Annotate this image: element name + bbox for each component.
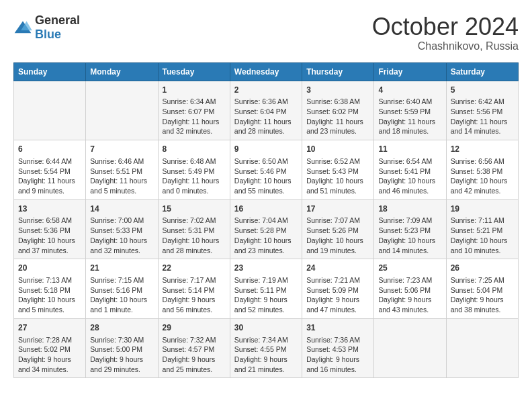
day-content: Sunrise: 6:52 AM Sunset: 5:43 PM Dayligh… bbox=[306, 156, 369, 196]
calendar-cell: 21Sunrise: 7:15 AM Sunset: 5:16 PM Dayli… bbox=[86, 259, 158, 319]
calendar-cell: 22Sunrise: 7:17 AM Sunset: 5:14 PM Dayli… bbox=[158, 259, 230, 319]
calendar-cell: 6Sunrise: 6:44 AM Sunset: 5:54 PM Daylig… bbox=[14, 140, 86, 200]
day-content: Sunrise: 6:36 AM Sunset: 6:04 PM Dayligh… bbox=[234, 97, 298, 136]
day-content: Sunrise: 7:04 AM Sunset: 5:28 PM Dayligh… bbox=[234, 216, 298, 255]
weekday-header: Monday bbox=[86, 62, 158, 81]
title-section: October 2024 Chashnikovo, Russia bbox=[372, 13, 519, 52]
day-number: 18 bbox=[378, 203, 441, 215]
day-number: 13 bbox=[18, 203, 81, 215]
weekday-header: Friday bbox=[374, 62, 446, 81]
day-number: 27 bbox=[18, 322, 81, 334]
day-content: Sunrise: 7:13 AM Sunset: 5:18 PM Dayligh… bbox=[18, 275, 81, 315]
day-content: Sunrise: 7:19 AM Sunset: 5:11 PM Dayligh… bbox=[234, 275, 298, 315]
day-content: Sunrise: 7:07 AM Sunset: 5:26 PM Dayligh… bbox=[306, 216, 369, 255]
day-content: Sunrise: 7:09 AM Sunset: 5:23 PM Dayligh… bbox=[378, 216, 441, 255]
calendar-table: SundayMondayTuesdayWednesdayThursdayFrid… bbox=[13, 62, 519, 379]
weekday-header: Wednesday bbox=[230, 62, 302, 81]
day-number: 14 bbox=[90, 203, 153, 215]
day-number: 28 bbox=[90, 322, 153, 334]
calendar-cell: 18Sunrise: 7:09 AM Sunset: 5:23 PM Dayli… bbox=[374, 199, 446, 259]
day-number: 31 bbox=[306, 322, 369, 334]
calendar-cell: 29Sunrise: 7:32 AM Sunset: 4:57 PM Dayli… bbox=[158, 318, 230, 378]
calendar-week-row: 13Sunrise: 6:58 AM Sunset: 5:36 PM Dayli… bbox=[14, 199, 519, 259]
calendar-week-row: 27Sunrise: 7:28 AM Sunset: 5:02 PM Dayli… bbox=[14, 318, 519, 378]
day-content: Sunrise: 6:42 AM Sunset: 5:56 PM Dayligh… bbox=[451, 97, 514, 136]
calendar-cell bbox=[86, 81, 158, 140]
calendar-cell: 25Sunrise: 7:23 AM Sunset: 5:06 PM Dayli… bbox=[374, 259, 446, 319]
calendar-cell: 5Sunrise: 6:42 AM Sunset: 5:56 PM Daylig… bbox=[446, 81, 518, 140]
calendar-cell: 20Sunrise: 7:13 AM Sunset: 5:18 PM Dayli… bbox=[14, 259, 86, 319]
day-content: Sunrise: 7:02 AM Sunset: 5:31 PM Dayligh… bbox=[163, 216, 226, 255]
day-content: Sunrise: 6:44 AM Sunset: 5:54 PM Dayligh… bbox=[18, 156, 81, 196]
calendar-cell: 3Sunrise: 6:38 AM Sunset: 6:02 PM Daylig… bbox=[302, 81, 374, 140]
month-title: October 2024 bbox=[372, 13, 519, 40]
day-content: Sunrise: 7:30 AM Sunset: 5:00 PM Dayligh… bbox=[90, 335, 153, 375]
day-number: 12 bbox=[451, 144, 514, 155]
day-number: 23 bbox=[234, 263, 298, 274]
day-content: Sunrise: 7:17 AM Sunset: 5:14 PM Dayligh… bbox=[163, 275, 226, 315]
logo-blue: Blue bbox=[35, 28, 61, 41]
day-number: 8 bbox=[163, 144, 226, 155]
calendar-cell: 8Sunrise: 6:48 AM Sunset: 5:49 PM Daylig… bbox=[158, 140, 230, 200]
day-number: 19 bbox=[451, 203, 514, 215]
day-content: Sunrise: 6:56 AM Sunset: 5:38 PM Dayligh… bbox=[451, 156, 514, 196]
day-number: 25 bbox=[378, 263, 441, 274]
day-number: 10 bbox=[306, 144, 369, 155]
day-content: Sunrise: 7:00 AM Sunset: 5:33 PM Dayligh… bbox=[90, 216, 153, 255]
calendar-cell: 1Sunrise: 6:34 AM Sunset: 6:07 PM Daylig… bbox=[158, 81, 230, 140]
day-content: Sunrise: 7:15 AM Sunset: 5:16 PM Dayligh… bbox=[90, 275, 153, 315]
calendar-cell: 2Sunrise: 6:36 AM Sunset: 6:04 PM Daylig… bbox=[230, 81, 302, 140]
day-number: 9 bbox=[234, 144, 298, 155]
day-number: 5 bbox=[451, 85, 514, 96]
day-content: Sunrise: 7:34 AM Sunset: 4:55 PM Dayligh… bbox=[234, 335, 298, 375]
day-content: Sunrise: 6:54 AM Sunset: 5:41 PM Dayligh… bbox=[378, 156, 441, 196]
day-content: Sunrise: 6:58 AM Sunset: 5:36 PM Dayligh… bbox=[18, 216, 81, 255]
calendar-cell: 24Sunrise: 7:21 AM Sunset: 5:09 PM Dayli… bbox=[302, 259, 374, 319]
day-content: Sunrise: 6:46 AM Sunset: 5:51 PM Dayligh… bbox=[90, 156, 153, 196]
weekday-header: Thursday bbox=[302, 62, 374, 81]
day-content: Sunrise: 6:34 AM Sunset: 6:07 PM Dayligh… bbox=[163, 97, 226, 136]
calendar-week-row: 1Sunrise: 6:34 AM Sunset: 6:07 PM Daylig… bbox=[14, 81, 519, 140]
calendar-cell: 15Sunrise: 7:02 AM Sunset: 5:31 PM Dayli… bbox=[158, 199, 230, 259]
day-number: 2 bbox=[234, 85, 298, 96]
day-number: 1 bbox=[163, 85, 226, 96]
day-number: 16 bbox=[234, 203, 298, 215]
day-number: 29 bbox=[163, 322, 226, 334]
day-number: 11 bbox=[378, 144, 441, 155]
calendar-cell: 11Sunrise: 6:54 AM Sunset: 5:41 PM Dayli… bbox=[374, 140, 446, 200]
logo: General Blue bbox=[13, 13, 80, 42]
calendar-cell: 17Sunrise: 7:07 AM Sunset: 5:26 PM Dayli… bbox=[302, 199, 374, 259]
day-number: 24 bbox=[306, 263, 369, 274]
calendar-cell bbox=[14, 81, 86, 140]
calendar-cell bbox=[446, 318, 518, 378]
day-content: Sunrise: 7:21 AM Sunset: 5:09 PM Dayligh… bbox=[306, 275, 369, 315]
weekday-header: Tuesday bbox=[158, 62, 230, 81]
calendar-cell: 27Sunrise: 7:28 AM Sunset: 5:02 PM Dayli… bbox=[14, 318, 86, 378]
day-number: 15 bbox=[163, 203, 226, 215]
calendar-cell: 16Sunrise: 7:04 AM Sunset: 5:28 PM Dayli… bbox=[230, 199, 302, 259]
day-content: Sunrise: 7:32 AM Sunset: 4:57 PM Dayligh… bbox=[163, 335, 226, 375]
calendar-cell: 26Sunrise: 7:25 AM Sunset: 5:04 PM Dayli… bbox=[446, 259, 518, 319]
calendar-cell bbox=[374, 318, 446, 378]
day-content: Sunrise: 6:38 AM Sunset: 6:02 PM Dayligh… bbox=[306, 97, 369, 136]
calendar-cell: 30Sunrise: 7:34 AM Sunset: 4:55 PM Dayli… bbox=[230, 318, 302, 378]
calendar-week-row: 6Sunrise: 6:44 AM Sunset: 5:54 PM Daylig… bbox=[14, 140, 519, 200]
day-content: Sunrise: 6:48 AM Sunset: 5:49 PM Dayligh… bbox=[163, 156, 226, 196]
weekday-header: Sunday bbox=[14, 62, 86, 81]
calendar-cell: 12Sunrise: 6:56 AM Sunset: 5:38 PM Dayli… bbox=[446, 140, 518, 200]
day-content: Sunrise: 7:11 AM Sunset: 5:21 PM Dayligh… bbox=[451, 216, 514, 255]
day-number: 17 bbox=[306, 203, 369, 215]
day-content: Sunrise: 7:25 AM Sunset: 5:04 PM Dayligh… bbox=[451, 275, 514, 315]
day-number: 20 bbox=[18, 263, 81, 274]
page-header: General Blue October 2024 Chashnikovo, R… bbox=[13, 13, 519, 52]
calendar-cell: 19Sunrise: 7:11 AM Sunset: 5:21 PM Dayli… bbox=[446, 199, 518, 259]
calendar-cell: 23Sunrise: 7:19 AM Sunset: 5:11 PM Dayli… bbox=[230, 259, 302, 319]
day-number: 4 bbox=[378, 85, 441, 96]
weekday-header-row: SundayMondayTuesdayWednesdayThursdayFrid… bbox=[14, 62, 519, 81]
calendar-cell: 4Sunrise: 6:40 AM Sunset: 5:59 PM Daylig… bbox=[374, 81, 446, 140]
day-number: 30 bbox=[234, 322, 298, 334]
day-number: 22 bbox=[163, 263, 226, 274]
calendar-week-row: 20Sunrise: 7:13 AM Sunset: 5:18 PM Dayli… bbox=[14, 259, 519, 319]
day-number: 21 bbox=[90, 263, 153, 274]
calendar-cell: 10Sunrise: 6:52 AM Sunset: 5:43 PM Dayli… bbox=[302, 140, 374, 200]
